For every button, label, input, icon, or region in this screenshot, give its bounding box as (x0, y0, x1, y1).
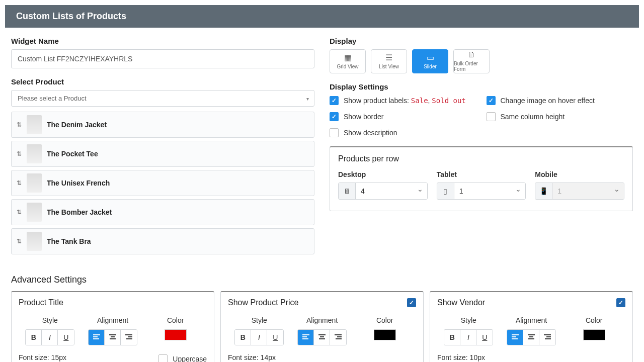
style-label: Style (228, 316, 291, 324)
mobile-label: Mobile (535, 170, 624, 178)
product-select[interactable]: Please select a Product (11, 90, 314, 107)
style-label: Style (19, 316, 82, 324)
vendor-card: Show Vendor ✓ Style B I U Alignment (430, 291, 633, 362)
color-label: Color (353, 316, 416, 324)
card-title: Show Product Price (228, 298, 299, 307)
product-thumb (27, 232, 42, 251)
display-slider-button[interactable]: ▭ Slider (412, 49, 448, 73)
italic-button[interactable]: I (42, 330, 58, 345)
align-right-button[interactable] (121, 330, 137, 345)
product-name: The Bomber Jacket (47, 208, 112, 216)
drag-handle-icon[interactable]: ⇅ (17, 151, 22, 157)
product-name: The Denim Jacket (47, 121, 107, 129)
display-list-button[interactable]: ☰ List View (371, 49, 407, 73)
tablet-select[interactable]: ▯ 1 (437, 183, 526, 200)
advanced-settings-title: Advanced Settings (11, 275, 633, 285)
font-size-text: Font size: 10px (437, 353, 625, 361)
product-thumb (27, 115, 42, 134)
mobile-select[interactable]: 📱 1 (535, 183, 624, 200)
bold-button[interactable]: B (444, 330, 460, 345)
product-price-card: Show Product Price ✓ Style B I U Alignme… (220, 291, 424, 362)
select-product-label: Select Product (11, 77, 314, 86)
align-right-button[interactable] (539, 330, 555, 345)
mobile-icon: 📱 (535, 183, 552, 199)
align-center-button[interactable] (314, 330, 330, 345)
align-center-button[interactable] (105, 330, 121, 345)
mobile-value: 1 (552, 183, 624, 199)
drag-handle-icon[interactable]: ⇅ (17, 122, 22, 128)
show-border-checkbox[interactable]: ✓ (330, 112, 339, 121)
list-icon: ☰ (385, 54, 392, 62)
desktop-label: Desktop (338, 170, 428, 178)
display-option-label: Grid View (337, 64, 358, 69)
uppercase-checkbox[interactable] (158, 354, 168, 362)
product-title-card: Product Title Style B I U Alignment (11, 291, 214, 362)
italic-button[interactable]: I (460, 330, 476, 345)
drag-handle-icon[interactable]: ⇅ (17, 209, 22, 215)
page-title: Custom Lists of Products (5, 5, 639, 28)
alignment-buttons (507, 329, 556, 345)
list-item[interactable]: ⇅ The Pocket Tee (11, 141, 314, 167)
list-item[interactable]: ⇅ The Denim Jacket (11, 112, 314, 138)
widget-name-input[interactable] (11, 49, 314, 68)
change-hover-checkbox[interactable]: ✓ (487, 96, 496, 105)
product-name: The Tank Bra (47, 237, 91, 245)
right-column: Display ▦ Grid View ☰ List View ▭ Slider… (330, 37, 633, 263)
underline-button[interactable]: U (58, 330, 74, 345)
color-swatch[interactable] (583, 329, 605, 340)
desktop-icon: 🖥 (339, 183, 356, 199)
color-swatch[interactable] (165, 329, 187, 340)
display-settings-label: Display Settings (330, 82, 633, 91)
display-label: Display (330, 37, 633, 45)
style-buttons: B I U (234, 329, 284, 345)
align-left-button[interactable] (507, 330, 523, 345)
align-center-button[interactable] (523, 330, 539, 345)
show-border-text: Show border (344, 113, 383, 121)
widget-name-label: Widget Name (11, 37, 314, 45)
display-option-label: Bulk Order Form (454, 61, 489, 72)
product-thumb (27, 144, 42, 163)
same-height-text: Same column height (501, 113, 565, 121)
align-right-button[interactable] (330, 330, 346, 345)
font-size-text: Font size: 15px (19, 353, 148, 361)
tablet-label: Tablet (437, 170, 526, 178)
product-name: The Pocket Tee (47, 150, 98, 158)
show-labels-checkbox[interactable]: ✓ (330, 96, 339, 105)
change-hover-text: Change image on hover effect (501, 97, 595, 105)
product-select-placeholder: Please select a Product (18, 95, 87, 102)
display-option-label: List View (379, 64, 399, 69)
show-desc-checkbox[interactable] (330, 128, 339, 137)
same-height-checkbox[interactable] (487, 112, 496, 121)
style-label: Style (437, 316, 500, 324)
product-thumb (27, 203, 42, 222)
align-left-button[interactable] (298, 330, 314, 345)
products-per-row-title: Products per row (338, 154, 624, 163)
uppercase-label: Uppercase (173, 355, 207, 362)
list-item[interactable]: ⇅ The Unisex French (11, 170, 314, 196)
align-left-button[interactable] (89, 330, 105, 345)
vendor-toggle-checkbox[interactable]: ✓ (616, 298, 625, 307)
italic-button[interactable]: I (251, 330, 267, 345)
desktop-value: 4 (356, 183, 427, 199)
color-label: Color (144, 316, 207, 324)
list-item[interactable]: ⇅ The Bomber Jacket (11, 199, 314, 225)
bold-button[interactable]: B (26, 330, 42, 345)
tablet-value: 1 (454, 183, 526, 199)
bold-button[interactable]: B (235, 330, 251, 345)
color-swatch[interactable] (374, 329, 396, 340)
underline-button[interactable]: U (267, 330, 283, 345)
card-title: Product Title (19, 298, 63, 307)
display-grid-button[interactable]: ▦ Grid View (330, 49, 366, 73)
list-item[interactable]: ⇅ The Tank Bra (11, 228, 314, 254)
desktop-select[interactable]: 🖥 4 (338, 183, 428, 200)
show-labels-text: Show product labels: Sale, Sold out (344, 97, 466, 105)
alignment-label: Alignment (500, 316, 563, 324)
underline-button[interactable]: U (476, 330, 493, 345)
drag-handle-icon[interactable]: ⇅ (17, 238, 22, 244)
grid-icon: ▦ (344, 54, 352, 62)
drag-handle-icon[interactable]: ⇅ (17, 180, 22, 186)
price-toggle-checkbox[interactable]: ✓ (407, 298, 416, 307)
display-bulk-button[interactable]: 🗎 Bulk Order Form (453, 49, 490, 73)
products-per-row-panel: Products per row Desktop 🖥 4 Tablet ▯ (330, 146, 633, 211)
show-desc-text: Show description (344, 129, 397, 137)
